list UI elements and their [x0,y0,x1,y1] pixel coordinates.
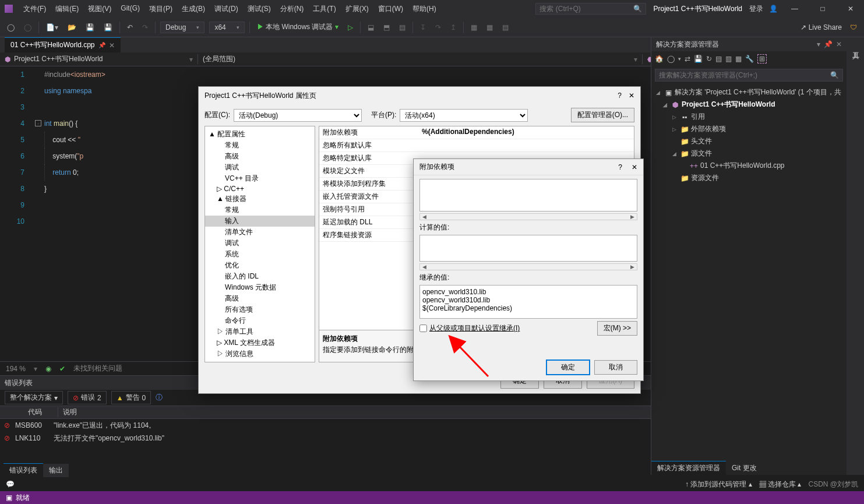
menu-help[interactable]: 帮助(H) [409,2,440,16]
nav-item[interactable]: ▷ C/C++ [205,184,315,193]
nav-item[interactable]: 调试 [205,238,315,249]
search-icon[interactable]: 🔍 [830,71,839,79]
menu-project[interactable]: 项目(P) [146,2,176,16]
nav-item[interactable]: Windows 元数据 [205,282,315,293]
nav-item[interactable]: ▲ 链接器 [205,193,315,205]
nav-item[interactable]: 高级 [205,293,315,304]
nav-item[interactable]: 所有选项 [205,304,315,315]
nav-item[interactable]: 命令行 [205,315,315,326]
panel-pin-icon[interactable]: 📌 [824,40,833,48]
zoom-level[interactable]: 194 % [6,365,26,373]
liveshare-link[interactable]: ↗ Live Share [800,23,842,31]
collapse-icon[interactable]: ▤ [715,55,722,63]
filter-icon[interactable]: ⊞ [757,54,767,64]
toolbar-icon-3[interactable]: ▤ [397,22,408,33]
panel-close-icon[interactable]: ✕ [836,40,842,48]
info-filter-icon[interactable]: ⓘ [156,393,163,403]
menu-file[interactable]: 文件(F) [20,2,50,16]
menu-extensions[interactable]: 扩展(X) [342,2,372,16]
menu-tools[interactable]: 工具(T) [309,2,339,16]
property-nav-tree[interactable]: ▲ 配置属性常规高级调试VC++ 目录▷ C/C++▲ 链接器常规输入清单文件调… [204,126,315,362]
menu-analyze[interactable]: 分析(N) [277,2,308,16]
scroll-right-icon[interactable]: ▶ [628,264,637,270]
platform-dropdown[interactable]: x64 [209,22,244,33]
tab-close-icon[interactable]: ✕ [109,41,115,50]
save-all-icon[interactable]: 💾 [101,22,115,33]
solexp-search[interactable]: 🔍 [655,69,843,82]
scroll-left-icon[interactable]: ◀ [420,214,429,220]
step-in-icon[interactable]: ↧ [418,22,428,33]
feedback-icon[interactable]: 💬 [6,480,15,488]
add-to-source-control[interactable]: ↑ 添加到源代码管理 ▴ [685,480,752,489]
global-search[interactable]: 🔍 [535,3,646,15]
toolbar-icon-6[interactable]: ▤ [500,22,511,33]
minimize-icon[interactable]: ― [786,5,803,13]
toolbox-tab[interactable]: 工具 [849,42,862,51]
error-filter[interactable]: ⊘ 错误 2 [68,391,107,404]
nav-item[interactable]: ▷ 浏览信息 [205,348,315,360]
scope-filter[interactable]: 整个解决方案 ▾ [5,391,63,404]
nav-item[interactable]: 清单文件 [205,227,315,238]
nav-item[interactable]: 常规 [205,205,315,216]
warn-filter[interactable]: ▲ 警告 0 [111,391,151,404]
pin-icon[interactable]: 📌 [98,42,105,48]
save-icon[interactable]: 💾 [83,22,97,33]
tab-git-changes[interactable]: Git 更改 [726,461,763,475]
wrench-icon[interactable]: 🔧 [745,55,754,63]
properties-icon[interactable]: ▦ [735,55,742,63]
menu-edit[interactable]: 编辑(E) [52,2,82,16]
nav-item[interactable]: 输入 [205,216,315,227]
nav-item[interactable]: 常规 [205,140,315,151]
help-icon[interactable]: ? [618,91,622,100]
document-tab[interactable]: 01 C++书写HelloWorld.cpp 📌 ✕ [5,37,121,52]
dep-edit-box[interactable] [419,179,637,212]
step-over-icon[interactable]: ↷ [433,22,443,33]
toolbar-icon-1[interactable]: ⬓ [365,22,376,33]
run-button[interactable]: ▶ 本地 Windows 调试器 ▾ [255,21,341,33]
new-file-icon[interactable]: 📄▾ [44,22,61,33]
nav-item[interactable]: 优化 [205,260,315,271]
inherit-checkbox-label[interactable]: 从父级或项目默认设置继承(I) [419,323,520,333]
nav-item[interactable]: ▲ 配置属性 [205,129,315,140]
config-select[interactable]: 活动(Debug) [234,109,362,122]
dep-ok-button[interactable]: 确定 [546,360,590,375]
undo-icon[interactable]: ↶ [125,22,135,33]
tab-solexp[interactable]: 解决方案资源管理器 [651,461,726,475]
refresh-icon[interactable]: ↻ [706,55,712,63]
nav-back-icon[interactable]: ◯ [5,22,17,33]
nav-item[interactable]: 系统 [205,249,315,260]
dialog-close-icon[interactable]: ✕ [629,91,634,100]
tab-output[interactable]: 输出 [43,464,69,477]
config-manager-button[interactable]: 配置管理器(O)... [571,108,634,122]
open-icon[interactable]: 📂 [65,22,79,33]
config-dropdown[interactable]: Debug [160,22,204,33]
tab-error-list[interactable]: 错误列表 [3,463,43,477]
search-icon[interactable]: 🔍 [633,5,642,13]
toolbar-icon-4[interactable]: ▦ [468,22,479,33]
scope-global[interactable]: (全局范围) [203,54,235,64]
nav-item[interactable]: ▷ 清单工具 [205,326,315,337]
nav-fwd-icon[interactable]: ◯ [22,22,34,33]
platform-select[interactable]: 活动(x64) [400,109,528,122]
save-icon[interactable]: 💾 [694,55,703,63]
close-icon[interactable]: ✕ [842,5,859,13]
nav-item[interactable]: 调试 [205,162,315,173]
nav-item[interactable]: VC++ 目录 [205,173,315,184]
solution-tree[interactable]: ◢▣解决方案 'Project1 C++书写HelloWorld' (1 个项目… [651,84,847,462]
toolbar-icon-5[interactable]: ▦ [484,22,495,33]
run-no-debug-icon[interactable]: ▷ [345,22,355,33]
user-icon[interactable]: 👤 [769,5,778,13]
dialog-close-icon[interactable]: ✕ [632,163,637,171]
fold-icon[interactable]: - [35,120,41,126]
menu-build[interactable]: 生成(B) [178,2,209,16]
maximize-icon[interactable]: □ [814,5,831,13]
scroll-left-icon[interactable]: ◀ [420,264,429,270]
global-search-input[interactable] [539,5,627,13]
macro-button[interactable]: 宏(M) >> [597,321,637,336]
select-repo[interactable]: ▦ 选择仓库 ▴ [759,480,802,489]
nav-item[interactable]: 高级 [205,151,315,162]
nav-item[interactable]: 嵌入的 IDL [205,271,315,282]
property-row[interactable]: 附加依赖项%(AdditionalDependencies) [319,126,634,139]
solexp-search-input[interactable] [659,71,830,79]
menu-git[interactable]: Git(G) [117,2,143,16]
